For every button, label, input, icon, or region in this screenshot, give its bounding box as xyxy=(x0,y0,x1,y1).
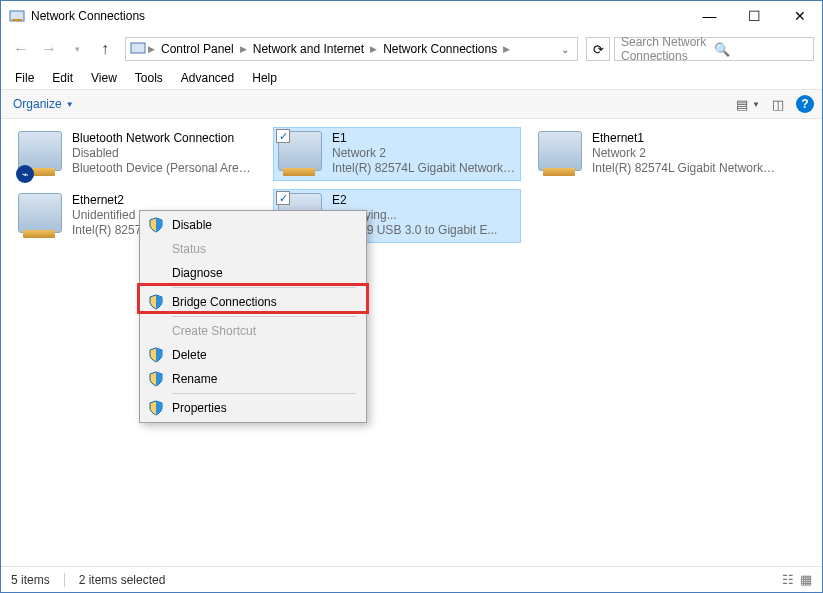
menu-advanced[interactable]: Advanced xyxy=(173,69,242,87)
menu-tools[interactable]: Tools xyxy=(127,69,171,87)
preview-pane-button[interactable]: ◫ xyxy=(772,97,784,112)
address-bar[interactable]: ▶ Control Panel ▶ Network and Internet ▶… xyxy=(125,37,578,61)
search-placeholder: Search Network Connections xyxy=(621,35,714,63)
chevron-down-icon: ▼ xyxy=(752,100,760,109)
preview-icon: ◫ xyxy=(772,97,784,112)
maximize-button[interactable]: ☐ xyxy=(732,1,777,31)
chevron-right-icon: ▶ xyxy=(503,44,510,54)
nic-icon xyxy=(18,193,66,241)
chevron-right-icon: ▶ xyxy=(370,44,377,54)
adapter-e1[interactable]: ✓ E1 Network 2 Intel(R) 82574L Gigabit N… xyxy=(273,127,521,181)
app-icon xyxy=(9,8,25,24)
ctx-diagnose-label: Diagnose xyxy=(172,266,223,280)
menu-help[interactable]: Help xyxy=(244,69,285,87)
ctx-rename-label: Rename xyxy=(172,372,217,386)
chevron-right-icon: ▶ xyxy=(148,44,155,54)
status-selected-count: 2 items selected xyxy=(79,573,166,587)
statusbar: 5 items 2 items selected ☷ ▦ xyxy=(1,566,822,592)
content-area: ⌁ Bluetooth Network Connection Disabled … xyxy=(1,119,822,559)
ctx-status-label: Status xyxy=(172,242,206,256)
ctx-rename[interactable]: Rename xyxy=(142,367,364,391)
search-input[interactable]: Search Network Connections 🔍 xyxy=(614,37,814,61)
ctx-shortcut-label: Create Shortcut xyxy=(172,324,256,338)
shield-icon xyxy=(148,400,164,416)
adapter-ethernet1[interactable]: Ethernet1 Network 2 Intel(R) 82574L Giga… xyxy=(533,127,781,181)
toolbar: Organize ▼ ▤ ▼ ◫ ? xyxy=(1,89,822,119)
checkbox-checked-icon: ✓ xyxy=(276,129,290,143)
adapter-device: Intel(R) 82574L Gigabit Network C... xyxy=(592,161,776,176)
close-button[interactable]: ✕ xyxy=(777,1,822,31)
adapter-device: Intel(R) 82574L Gigabit Network C... xyxy=(332,161,516,176)
ctx-bridge-connections[interactable]: Bridge Connections xyxy=(142,290,364,314)
ctx-create-shortcut[interactable]: Create Shortcut xyxy=(142,319,364,343)
menu-separator xyxy=(172,316,356,317)
nic-icon: ⌁ xyxy=(18,131,66,179)
view-icon: ▤ xyxy=(736,97,748,112)
svg-rect-1 xyxy=(12,19,22,21)
ctx-delete[interactable]: Delete xyxy=(142,343,364,367)
shield-icon xyxy=(148,217,164,233)
adapter-name: Bluetooth Network Connection xyxy=(72,131,256,146)
adapter-name: E2 xyxy=(332,193,497,208)
minimize-button[interactable]: — xyxy=(687,1,732,31)
ctx-status[interactable]: Status xyxy=(142,237,364,261)
recent-dropdown[interactable]: ▾ xyxy=(65,37,89,61)
svg-rect-2 xyxy=(131,43,145,53)
back-button[interactable]: ← xyxy=(9,37,33,61)
ctx-bridge-label: Bridge Connections xyxy=(172,295,277,309)
adapter-status: Network 2 xyxy=(592,146,776,161)
adapter-name: Ethernet1 xyxy=(592,131,776,146)
shield-icon xyxy=(148,294,164,310)
menu-separator xyxy=(172,287,356,288)
search-icon: 🔍 xyxy=(714,42,807,57)
view-button[interactable]: ▤ ▼ xyxy=(736,97,760,112)
adapter-name: Ethernet2 xyxy=(72,193,181,208)
breadcrumb-network-internet[interactable]: Network and Internet xyxy=(249,42,368,56)
bluetooth-badge-icon: ⌁ xyxy=(16,165,34,183)
status-item-count: 5 items xyxy=(11,573,50,587)
organize-label: Organize xyxy=(13,97,62,111)
ctx-disable[interactable]: Disable xyxy=(142,213,364,237)
ctx-properties[interactable]: Properties xyxy=(142,396,364,420)
up-button[interactable]: ↑ xyxy=(93,37,117,61)
nic-icon: ✓ xyxy=(278,131,326,179)
menu-file[interactable]: File xyxy=(7,69,42,87)
menu-edit[interactable]: Edit xyxy=(44,69,81,87)
chevron-down-icon: ▼ xyxy=(66,100,74,109)
shield-icon xyxy=(148,371,164,387)
breadcrumb-network-connections[interactable]: Network Connections xyxy=(379,42,501,56)
adapter-name: E1 xyxy=(332,131,516,146)
window-title: Network Connections xyxy=(31,9,687,23)
large-icons-view-button[interactable]: ▦ xyxy=(800,572,812,587)
ctx-disable-label: Disable xyxy=(172,218,212,232)
menu-view[interactable]: View xyxy=(83,69,125,87)
adapter-bluetooth[interactable]: ⌁ Bluetooth Network Connection Disabled … xyxy=(13,127,261,181)
adapter-status: Disabled xyxy=(72,146,256,161)
ctx-diagnose[interactable]: Diagnose xyxy=(142,261,364,285)
help-button[interactable]: ? xyxy=(796,95,814,113)
separator xyxy=(64,573,65,587)
nic-icon xyxy=(130,40,146,59)
organize-button[interactable]: Organize ▼ xyxy=(9,95,78,113)
adapter-device: Bluetooth Device (Personal Area ... xyxy=(72,161,256,176)
adapter-status: Network 2 xyxy=(332,146,516,161)
ctx-properties-label: Properties xyxy=(172,401,227,415)
menu-separator xyxy=(172,393,356,394)
forward-button[interactable]: → xyxy=(37,37,61,61)
chevron-right-icon: ▶ xyxy=(240,44,247,54)
titlebar: Network Connections — ☐ ✕ xyxy=(1,1,822,31)
details-view-button[interactable]: ☷ xyxy=(782,572,794,587)
refresh-button[interactable]: ⟳ xyxy=(586,37,610,61)
navbar: ← → ▾ ↑ ▶ Control Panel ▶ Network and In… xyxy=(1,31,822,67)
address-dropdown[interactable]: ⌄ xyxy=(557,44,573,55)
shield-icon xyxy=(148,347,164,363)
breadcrumb-control-panel[interactable]: Control Panel xyxy=(157,42,238,56)
checkbox-checked-icon: ✓ xyxy=(276,191,290,205)
nic-icon xyxy=(538,131,586,179)
ctx-delete-label: Delete xyxy=(172,348,207,362)
menubar: File Edit View Tools Advanced Help xyxy=(1,67,822,89)
context-menu: Disable Status Diagnose Bridge Connectio… xyxy=(139,210,367,423)
